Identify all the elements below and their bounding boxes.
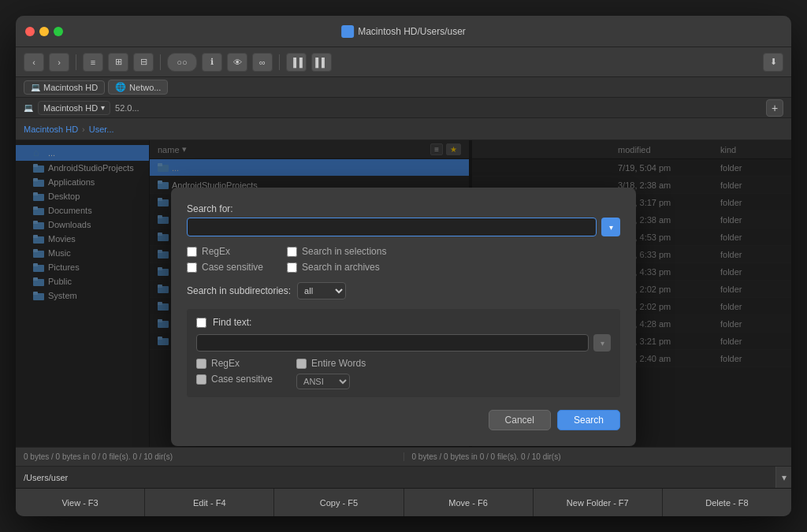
search-dialog: Search for: ▾ RegEx	[171, 188, 636, 446]
regex-checkbox-row: RegEx	[187, 246, 263, 257]
regex-checkbox[interactable]	[187, 247, 197, 257]
find-regex-row: RegEx	[196, 358, 273, 369]
titlebar-folder-icon	[341, 25, 354, 38]
toggle-button[interactable]: ○○	[167, 53, 197, 72]
path-input[interactable]	[16, 473, 775, 482]
path-segment-hd: Macintosh HD	[24, 125, 78, 134]
dialog-buttons: Cancel Search	[187, 410, 620, 430]
move-f6-button[interactable]: Move - F6	[404, 489, 534, 516]
search-options-row: RegEx Case sensitive Search in selection…	[187, 246, 620, 273]
panel-left-button[interactable]: ▐▐	[286, 53, 307, 72]
chevron-down-icon: ▾	[101, 103, 105, 112]
cancel-button[interactable]: Cancel	[489, 410, 551, 430]
preview-button[interactable]: 👁	[227, 53, 247, 72]
download-button[interactable]: ⬇	[763, 53, 783, 72]
edit-f4-label: Edit - F4	[193, 498, 226, 508]
network-icon: 🌐	[115, 82, 126, 92]
case-sensitive-checkbox[interactable]	[187, 262, 197, 273]
search-for-section: Search for: ▾	[187, 203, 620, 236]
view-f3-button[interactable]: View - F3	[16, 489, 145, 516]
subdirs-label: Search in subdirectories:	[187, 285, 291, 296]
delete-f8-button[interactable]: Delete - F8	[663, 489, 791, 516]
find-text-input[interactable]	[196, 334, 589, 352]
search-button[interactable]: Search	[557, 410, 620, 430]
device-selector-bar: 💻 Macintosh HD ▾ 52.0... +	[16, 98, 791, 118]
move-f6-label: Move - F6	[448, 498, 488, 508]
info-button[interactable]: ℹ	[202, 53, 222, 72]
history-button[interactable]: ∞	[252, 53, 273, 72]
forward-button[interactable]: ›	[49, 53, 69, 72]
device-selector[interactable]: Macintosh HD ▾	[38, 101, 110, 115]
add-button[interactable]: +	[766, 99, 783, 117]
find-opts-col-left: RegEx Case sensitive	[196, 358, 273, 389]
find-text-section: Find text: ▾ RegEx	[187, 309, 620, 397]
find-text-dropdown-button[interactable]: ▾	[593, 334, 611, 352]
status-text-left: 0 bytes / 0 bytes in 0 / 0 file(s). 0 / …	[24, 452, 173, 461]
chevron-down-icon: ▾	[782, 472, 787, 483]
status-pane-right: 0 bytes / 0 bytes in 0 / 0 file(s). 0 / …	[404, 452, 792, 461]
search-in-archives-label: Search in archives	[302, 262, 380, 273]
back-button[interactable]: ‹	[24, 53, 44, 72]
case-sensitive-checkbox-row: Case sensitive	[187, 262, 263, 273]
status-bar: 0 bytes / 0 bytes in 0 / 0 file(s). 0 / …	[16, 447, 791, 466]
toolbar-separator-2	[160, 54, 161, 70]
newfolder-f7-label: New Folder - F7	[567, 498, 629, 508]
hd-icon: 💻	[31, 83, 40, 91]
subdirs-row: Search in subdirectories: all none 1 lev…	[187, 282, 620, 299]
find-regex-label: RegEx	[211, 358, 240, 369]
encoding-select[interactable]: ANSI UTF-8 UTF-16	[296, 374, 350, 389]
search-in-archives-row: Search in archives	[287, 262, 386, 273]
panel-right-button[interactable]: ▌▌	[311, 53, 332, 72]
device-tabs-bar: 💻 Macintosh HD 🌐 Netwo...	[16, 77, 791, 98]
view-list-button[interactable]: ≡	[83, 53, 103, 72]
path-segment-user: User...	[89, 125, 114, 134]
search-input-row: ▾	[187, 218, 620, 236]
view-icon-button[interactable]: ⊟	[133, 53, 154, 72]
copy-f5-label: Copy - F5	[320, 498, 358, 508]
device-size: 52.0...	[115, 103, 139, 113]
maximize-button[interactable]	[54, 27, 63, 36]
search-text-input[interactable]	[187, 218, 597, 236]
view-grid-button[interactable]: ⊞	[108, 53, 128, 72]
subdirs-select[interactable]: all none 1 level	[297, 282, 346, 299]
status-pane-left: 0 bytes / 0 bytes in 0 / 0 file(s). 0 / …	[16, 452, 404, 461]
toolbar-separator-3	[279, 54, 280, 70]
minimize-button[interactable]	[39, 27, 49, 36]
search-dropdown-button[interactable]: ▾	[601, 218, 620, 236]
function-bar: View - F3 Edit - F4 Copy - F5 Move - F6 …	[16, 488, 791, 516]
search-for-label: Search for:	[187, 203, 620, 214]
device-name: Macintosh HD	[43, 103, 98, 113]
find-case-sensitive-checkbox[interactable]	[196, 374, 206, 385]
find-text-header: Find text:	[196, 317, 611, 328]
path-input-bar: ▾	[16, 466, 791, 488]
options-col-right: Search in selections Search in archives	[287, 246, 386, 273]
find-text-checkbox[interactable]	[196, 318, 206, 328]
delete-f8-label: Delete - F8	[705, 498, 748, 508]
find-regex-checkbox[interactable]	[196, 359, 206, 369]
tab-macintosh-hd[interactable]: 💻 Macintosh HD	[24, 80, 105, 95]
dialog-overlay: Search for: ▾ RegEx	[16, 140, 791, 447]
toolbar-separator-1	[76, 54, 76, 70]
traffic-lights	[25, 27, 63, 36]
find-text-input-row: ▾	[196, 334, 611, 352]
newfolder-f7-button[interactable]: New Folder - F7	[534, 489, 663, 516]
path-breadcrumb: Macintosh HD › User...	[16, 118, 791, 140]
view-f3-label: View - F3	[61, 498, 98, 508]
window-title: Macintosh HD/Users/user	[341, 25, 466, 38]
edit-f4-button[interactable]: Edit - F4	[145, 489, 274, 516]
search-in-selections-label: Search in selections	[302, 246, 386, 257]
find-case-sensitive-label: Case sensitive	[211, 374, 273, 385]
entire-words-checkbox[interactable]	[296, 359, 307, 369]
titlebar: Macintosh HD/Users/user	[16, 16, 791, 47]
copy-f5-button[interactable]: Copy - F5	[274, 489, 404, 516]
tab-network[interactable]: 🌐 Netwo...	[108, 80, 168, 95]
hd-small-icon: 💻	[24, 103, 33, 112]
close-button[interactable]	[25, 27, 35, 36]
encoding-row: ANSI UTF-8 UTF-16	[296, 374, 366, 389]
find-opts-col-right: Entire Words ANSI UTF-8 UTF-16	[296, 358, 366, 389]
search-in-selections-checkbox[interactable]	[287, 247, 297, 257]
search-in-archives-checkbox[interactable]	[287, 262, 297, 273]
tab-hd-label: Macintosh HD	[43, 83, 98, 92]
path-dropdown-button[interactable]: ▾	[775, 467, 791, 488]
main-window: Macintosh HD/Users/user ‹ › ≡ ⊞ ⊟ ○○ ℹ 👁…	[16, 16, 791, 516]
